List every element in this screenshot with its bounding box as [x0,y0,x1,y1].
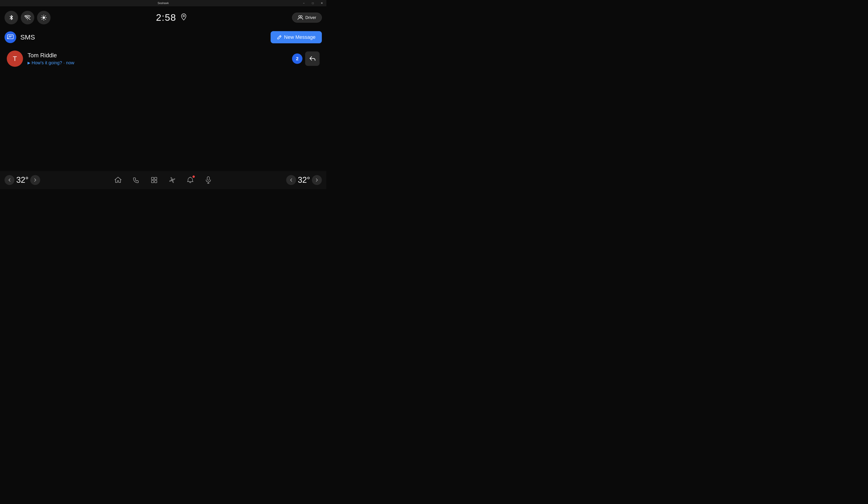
separator: · [63,60,65,65]
home-button[interactable] [113,175,123,185]
svg-line-9 [45,16,46,16]
home-icon [114,177,122,183]
reply-icon [309,56,316,62]
temp-left-prev-button[interactable] [4,175,14,185]
svg-point-2 [43,17,45,19]
top-bar-left [4,11,51,24]
minimize-button[interactable]: − [299,0,308,6]
svg-line-7 [42,16,42,16]
fan-button[interactable] [167,175,177,185]
top-bar-right: Driver [292,13,322,23]
close-button[interactable]: ✕ [317,0,326,6]
message-info: Tom Riddle ▶ How's it going? · now [28,52,292,65]
bottom-right: 32° [286,175,322,185]
bottom-center [113,175,213,185]
svg-rect-21 [155,180,157,183]
window-title: Seahawk [157,2,168,5]
svg-line-17 [280,36,280,37]
svg-line-8 [45,19,46,20]
svg-line-10 [42,19,42,20]
svg-rect-18 [152,177,154,180]
sms-icon [4,31,16,43]
sms-title: SMS [20,33,35,41]
driver-button[interactable]: Driver [292,13,322,23]
microphone-button[interactable] [203,175,213,185]
avatar: T [7,51,23,67]
maximize-button[interactable]: □ [308,0,317,6]
bluetooth-icon [8,15,14,21]
contact-name: Tom Riddle [28,52,292,59]
brightness-icon [41,14,47,21]
preview-text: How's it going? [32,60,62,65]
temp-left-next-button[interactable] [30,175,40,185]
bell-icon [187,177,194,183]
svg-rect-20 [152,180,154,183]
bottom-bar: 32° [0,171,326,189]
sms-title-group: SMS [4,31,35,43]
unread-badge: 2 [292,53,302,64]
location-icon [181,13,187,22]
temp-right-next-button[interactable] [312,175,322,185]
svg-point-22 [172,179,173,181]
notification-button[interactable] [185,175,195,185]
wifi-button[interactable] [21,11,34,24]
sms-header: SMS New Message [4,31,322,43]
svg-line-1 [25,15,30,20]
bottom-left: 32° [4,175,40,185]
svg-rect-19 [155,177,157,180]
driver-label: Driver [306,15,316,20]
message-preview: ▶ How's it going? · now [28,60,292,65]
temp-right-display: 32° [298,175,310,185]
new-message-button[interactable]: New Message [271,31,322,43]
time-display: 2:58 [156,12,176,23]
microphone-icon [206,176,211,183]
reply-button[interactable] [305,51,320,66]
svg-point-0 [27,19,28,20]
temp-right-prev-button[interactable] [286,175,296,185]
svg-point-12 [299,15,300,17]
driver-icon [298,15,303,20]
wifi-icon [24,15,31,20]
grid-button[interactable] [149,175,159,185]
message-time: now [66,60,74,65]
content-area: SMS New Message T Tom Riddle ▶ How's it … [0,29,326,73]
svg-rect-23 [207,177,209,180]
message-item[interactable]: T Tom Riddle ▶ How's it going? · now 2 [4,47,322,70]
bluetooth-button[interactable] [4,11,18,24]
new-message-label: New Message [284,34,316,40]
title-bar: Seahawk − □ ✕ [0,0,326,6]
fan-icon [169,177,176,183]
notification-dot [193,176,195,178]
phone-button[interactable] [131,175,141,185]
message-actions: 2 [292,51,320,66]
main-area: 2:58 Driver [0,6,326,171]
play-icon: ▶ [28,61,30,65]
svg-point-13 [300,15,302,17]
brightness-button[interactable] [37,11,51,24]
grid-icon [151,177,157,183]
phone-icon [133,177,139,183]
temp-left-display: 32° [16,175,29,185]
top-bar: 2:58 Driver [0,6,326,29]
title-bar-controls: − □ ✕ [299,0,326,6]
pencil-icon [277,35,282,40]
svg-point-11 [183,15,184,17]
top-bar-center: 2:58 [51,12,292,23]
